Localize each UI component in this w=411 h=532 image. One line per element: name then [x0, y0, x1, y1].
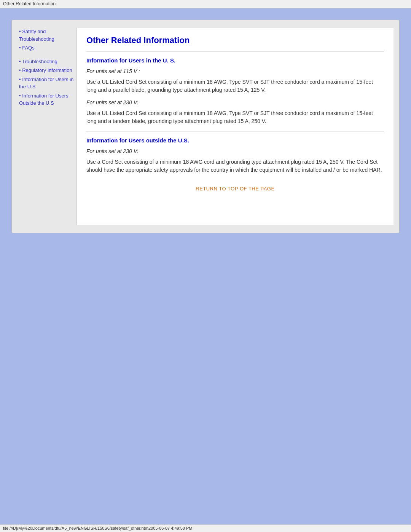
sidebar: Safety and Troubleshooting FAQs Troubles…	[18, 28, 76, 225]
sidebar-item-users-us[interactable]: Information for Users in the U.S	[18, 76, 76, 91]
section1-sub2: For units set at 230 V:	[86, 99, 384, 105]
main-content: Other Related Information Information fo…	[76, 28, 393, 225]
main-container: Safety and Troubleshooting FAQs Troubles…	[11, 20, 400, 233]
title-bar: Other Related Information	[0, 0, 411, 8]
status-bar: file:///D|/My%20Documents/dfu/A5_new/ENG…	[0, 524, 411, 532]
section2-title: Information for Users outside the U.S.	[86, 137, 384, 144]
sidebar-link-regulatory[interactable]: Regulatory Information	[22, 67, 72, 73]
title-bar-text: Other Related Information	[3, 1, 56, 6]
section2-sub1: For units set at 230 V:	[86, 148, 384, 154]
section2-text1: Use a Cord Set consisting of a minimum 1…	[86, 158, 384, 174]
section1-text1: Use a UL Listed Cord Set consisting of a…	[86, 78, 384, 94]
sidebar-link-safety[interactable]: Safety and Troubleshooting	[19, 29, 54, 42]
section1-sub1: For units set at 115 V :	[86, 68, 384, 74]
sidebar-item-troubleshooting[interactable]: Troubleshooting	[18, 58, 76, 66]
sidebar-item-users-outside[interactable]: Information for Users Outside the U.S	[18, 92, 76, 107]
sidebar-link-users-us[interactable]: Information for Users in the U.S	[19, 77, 73, 90]
sidebar-item-regulatory[interactable]: Regulatory Information	[18, 67, 76, 74]
return-link-container[interactable]: RETURN TO TOP OF THE PAGE	[86, 185, 384, 192]
content-area: Safety and Troubleshooting FAQs Troubles…	[12, 20, 399, 233]
sidebar-item-safety[interactable]: Safety and Troubleshooting	[18, 28, 76, 43]
status-bar-text: file:///D|/My%20Documents/dfu/A5_new/ENG…	[3, 526, 193, 530]
sidebar-link-troubleshooting[interactable]: Troubleshooting	[22, 59, 57, 64]
return-to-top-link[interactable]: RETURN TO TOP OF THE PAGE	[196, 186, 274, 192]
page-title: Other Related Information	[86, 35, 384, 45]
divider-1	[86, 51, 384, 51]
section1-text2: Use a UL Listed Cord Set consisting of a…	[86, 109, 384, 125]
sidebar-link-users-outside[interactable]: Information for Users Outside the U.S	[19, 93, 68, 106]
sidebar-link-faqs[interactable]: FAQs	[22, 45, 35, 51]
section1-title: Information for Users in the U. S.	[86, 57, 384, 64]
divider-2	[86, 131, 384, 131]
sidebar-item-faqs[interactable]: FAQs	[18, 44, 76, 52]
